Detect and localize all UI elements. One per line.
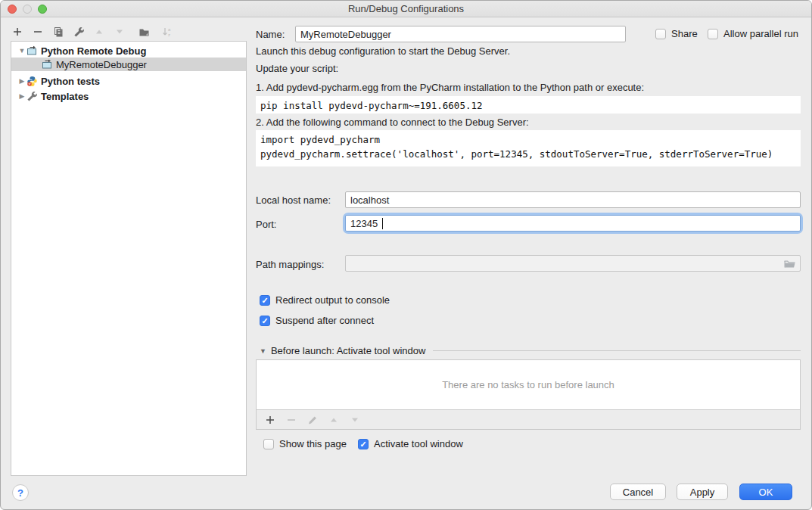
before-launch-title: Before launch: Activate tool window <box>271 345 426 356</box>
tree-item-python-tests[interactable]: ▶ Python tests <box>11 74 246 88</box>
configuration-editor-panel: Name: Share Allow parallel run Launch th… <box>256 17 801 509</box>
before-launch-toolbar <box>256 410 801 430</box>
configurations-tree: ▼ Python Remote Debug MyRemoteDebugger ▶… <box>11 41 247 476</box>
copy-configuration-button[interactable] <box>52 26 64 38</box>
sort-configurations-button[interactable]: az <box>160 26 173 38</box>
help-button[interactable]: ? <box>12 484 29 501</box>
new-folder-icon <box>138 26 151 38</box>
remote-debug-icon <box>26 45 38 57</box>
tree-item-label: MyRemoteDebugger <box>56 59 147 70</box>
tree-item-myremotedebugger[interactable]: MyRemoteDebugger <box>11 58 246 71</box>
activate-tool-window-checkbox[interactable]: ✓ <box>358 439 369 449</box>
settrace-code-block: import pydevd_pycharm pydevd_pycharm.set… <box>256 130 801 166</box>
wrench-icon <box>73 26 85 38</box>
pencil-icon <box>307 415 318 425</box>
move-task-up-button[interactable] <box>328 414 340 426</box>
tree-item-python-remote-debug[interactable]: ▼ Python Remote Debug <box>11 44 246 58</box>
suspend-after-connect-label[interactable]: Suspend after connect <box>275 315 374 326</box>
remove-configuration-button[interactable] <box>32 26 44 38</box>
local-host-field-wrap <box>345 191 801 208</box>
share-checkbox[interactable] <box>655 29 666 39</box>
allow-parallel-run-label[interactable]: Allow parallel run <box>723 28 798 39</box>
redirect-output-label[interactable]: Redirect output to console <box>275 294 390 306</box>
create-folder-button[interactable] <box>138 26 151 38</box>
templates-wrench-icon <box>26 91 38 102</box>
activate-tool-window-label[interactable]: Activate tool window <box>374 438 463 449</box>
expander-collapsed-icon[interactable]: ▶ <box>17 77 26 85</box>
section-expander-icon[interactable]: ▼ <box>260 347 266 355</box>
allow-parallel-run-checkbox[interactable] <box>708 29 718 39</box>
path-mappings-field[interactable] <box>345 255 801 272</box>
folder-icon[interactable] <box>783 258 796 271</box>
name-input[interactable] <box>295 26 626 42</box>
redirect-output-row[interactable]: ✓ Redirect output to console <box>260 294 390 306</box>
section-rule <box>433 350 801 351</box>
suspend-after-connect-checkbox[interactable]: ✓ <box>260 316 270 326</box>
edit-task-button[interactable] <box>306 414 319 426</box>
pip-install-code-block: pip install pydevd-pycharm~=191.6605.12 <box>256 96 801 114</box>
step-1-text: 1. Add pydevd-pycharm.egg from the PyCha… <box>256 82 644 93</box>
port-input[interactable] <box>345 215 801 232</box>
move-up-button[interactable] <box>93 26 105 38</box>
share-checkbox-row[interactable]: Share <box>655 28 698 39</box>
before-launch-task-list[interactable]: There are no tasks to run before launch <box>256 359 801 410</box>
close-window-button[interactable] <box>8 5 17 14</box>
allow-parallel-checkbox-row[interactable]: Allow parallel run <box>708 28 798 39</box>
move-task-down-button[interactable] <box>349 414 361 426</box>
arrow-up-icon <box>328 415 339 425</box>
empty-tasks-message: There are no tasks to run before launch <box>442 379 614 390</box>
local-host-name-input[interactable] <box>345 191 801 208</box>
copy-icon <box>53 26 64 38</box>
show-this-page-row[interactable]: Show this page <box>263 438 347 449</box>
minus-icon <box>33 26 43 37</box>
tree-item-templates[interactable]: ▶ Templates <box>11 89 246 103</box>
arrow-down-icon <box>114 26 125 37</box>
port-label: Port: <box>256 219 276 230</box>
code-line-import: import pydevd_pycharm <box>260 134 380 145</box>
python-tests-icon <box>26 76 38 87</box>
ok-button[interactable]: OK <box>739 484 792 500</box>
add-configuration-button[interactable] <box>11 26 23 38</box>
titlebar[interactable]: Run/Debug Configurations <box>1 1 811 17</box>
arrow-up-icon <box>94 26 104 37</box>
local-host-name-label: Local host name: <box>256 194 331 206</box>
apply-button[interactable]: Apply <box>677 484 728 500</box>
description-line-1: Launch this debug configuration to start… <box>256 45 510 57</box>
sort-alpha-icon: az <box>161 26 173 38</box>
remote-debug-icon <box>42 59 53 70</box>
configurations-toolbar: az <box>11 23 173 41</box>
arrow-down-icon <box>350 415 360 425</box>
expander-expanded-icon[interactable]: ▼ <box>17 47 26 54</box>
tree-item-label: Templates <box>41 91 89 102</box>
share-label[interactable]: Share <box>671 28 698 39</box>
expander-collapsed-icon[interactable]: ▶ <box>17 92 26 100</box>
tree-item-label: Python Remote Debug <box>41 45 146 57</box>
name-field-wrap <box>295 26 626 42</box>
svg-text:z: z <box>168 33 170 37</box>
show-this-page-label[interactable]: Show this page <box>279 438 347 449</box>
description-line-2: Update your script: <box>256 63 338 74</box>
code-line-settrace: pydevd_pycharm.settrace('localhost', por… <box>260 148 773 160</box>
edit-templates-button[interactable] <box>73 26 85 38</box>
text-caret <box>382 218 383 229</box>
add-task-button[interactable] <box>264 414 276 426</box>
activate-tool-window-row[interactable]: ✓ Activate tool window <box>358 438 463 449</box>
port-field-wrap <box>345 215 801 232</box>
question-mark-icon: ? <box>17 487 23 499</box>
minus-icon <box>286 415 297 425</box>
tree-item-label: Python tests <box>41 76 100 87</box>
zoom-window-button[interactable] <box>38 5 47 14</box>
cancel-button[interactable]: Cancel <box>610 484 666 500</box>
svg-text:a: a <box>168 27 171 32</box>
plus-icon <box>12 26 23 37</box>
move-down-button[interactable] <box>114 26 126 38</box>
show-this-page-checkbox[interactable] <box>263 439 274 449</box>
minimize-window-button[interactable] <box>23 5 32 14</box>
run-debug-configurations-dialog: Run/Debug Configurations az ▼ <box>0 0 812 510</box>
before-launch-section-header[interactable]: ▼ Before launch: Activate tool window <box>260 345 801 356</box>
remove-task-button[interactable] <box>285 414 297 426</box>
redirect-output-checkbox[interactable]: ✓ <box>260 295 270 306</box>
name-label: Name: <box>256 29 285 40</box>
window-title: Run/Debug Configurations <box>348 3 464 14</box>
suspend-after-connect-row[interactable]: ✓ Suspend after connect <box>260 315 374 326</box>
